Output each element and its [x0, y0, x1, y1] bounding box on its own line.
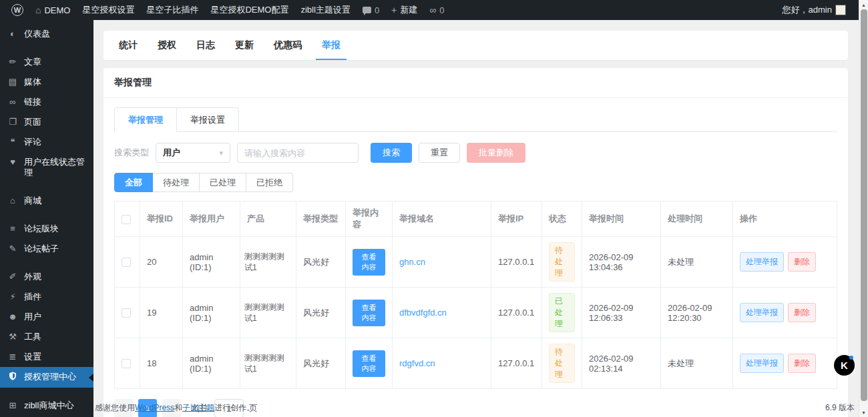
sidebar-item-plugins[interactable]: ⚡插件: [0, 287, 93, 307]
panel-title: 举报管理: [103, 68, 848, 98]
sidebar-item-tools[interactable]: ⚒工具: [0, 327, 93, 347]
sidebar-item-label: 设置: [24, 352, 41, 362]
sidebar-item-label: 用户在线状态管理: [24, 157, 88, 178]
handle-report-button[interactable]: 处理举报: [740, 252, 784, 272]
tab-reports[interactable]: 举报: [316, 31, 347, 60]
wordpress-logo-menu[interactable]: W: [5, 0, 29, 20]
main-content: 统计 授权 日志 更新 优惠码 举报 举报管理 举报管理 举报设置 搜索类型 用…: [93, 20, 859, 417]
adminbar-link-xingkong-demo[interactable]: 星空授权DEMO配置: [204, 0, 294, 20]
sidebar-item-label: 论坛帖子: [24, 244, 59, 254]
chain-icon: ∞: [7, 97, 19, 107]
sidebar-item-user-online-status[interactable]: ♥用户在线状态管理: [0, 152, 93, 183]
sidebar-item-pages[interactable]: ❐页面: [0, 112, 93, 132]
brush-icon: ✐: [7, 272, 19, 282]
search-type-select[interactable]: 用户 ▾: [156, 143, 230, 163]
cell-handle-time: 未处理: [661, 338, 733, 389]
col-report-content: 举报内容: [346, 201, 393, 237]
site-home-link[interactable]: ⌂DEMO: [29, 0, 76, 20]
tab-authorization[interactable]: 授权: [152, 31, 182, 60]
account-menu[interactable]: 您好，admin: [777, 0, 852, 20]
sidebar-item-forum-sections[interactable]: ≡论坛版块: [0, 219, 93, 239]
row-checkbox[interactable]: [122, 308, 131, 318]
search-input[interactable]: [237, 143, 359, 163]
sidebar-item-label: 授权管理中心: [24, 372, 76, 382]
filter-rejected[interactable]: 已拒绝: [246, 173, 293, 192]
sidebar-item-dashboard[interactable]: ◐仪表盘: [0, 24, 93, 44]
new-content-menu[interactable]: +新建: [385, 0, 423, 20]
permalink-shortcut[interactable]: ∞0: [423, 0, 450, 20]
handle-report-button[interactable]: 处理举报: [740, 354, 784, 373]
delete-button[interactable]: 删除: [788, 303, 816, 322]
pages-icon: ❐: [7, 117, 19, 127]
reset-button[interactable]: 重置: [419, 143, 460, 163]
permalink-count: 0: [439, 5, 444, 15]
adminbar-link-zibll-theme[interactable]: zibll主题设置: [294, 0, 356, 20]
cell-report-time: 2026-02-09 02:13:14: [582, 338, 661, 389]
pin-icon: ✏: [7, 57, 19, 67]
sidebar-item-comments[interactable]: ❝评论: [0, 132, 93, 152]
tab-coupons[interactable]: 优惠码: [268, 31, 308, 60]
admin-footer: 感谢您使用WordPress和子比主题进行创作。 6.9 版本: [95, 402, 855, 414]
cell-report-ip: 127.0.0.1: [491, 237, 542, 288]
row-checkbox[interactable]: [122, 359, 131, 368]
home-icon: ⌂: [35, 5, 41, 15]
comments-shortcut[interactable]: 0: [357, 0, 385, 20]
subtab-report-management[interactable]: 举报管理: [114, 107, 176, 131]
wordpress-link[interactable]: WordPress: [135, 403, 174, 412]
bulk-delete-button[interactable]: 批量删除: [467, 143, 525, 163]
col-report-domain: 举报域名: [393, 201, 491, 237]
sidebar-item-users[interactable]: ☻用户: [0, 307, 93, 327]
view-content-button[interactable]: 查看内容: [353, 249, 385, 276]
sidebar-item-zibll-shop-center[interactable]: ⊞zibll商城中心: [0, 396, 93, 416]
scroll-down-arrow[interactable]: ▼: [859, 408, 868, 417]
sidebar-item-license-center[interactable]: 授权管理中心: [0, 367, 93, 388]
status-badge: 已处理: [549, 293, 575, 332]
tab-statistics[interactable]: 统计: [113, 31, 144, 60]
sidebar-item-appearance[interactable]: ✐外观: [0, 267, 93, 287]
user-icon: ☻: [7, 312, 19, 322]
adminbar-link-xingkong-auth[interactable]: 星空授权设置: [76, 0, 140, 20]
filter-pending[interactable]: 待处理: [153, 173, 200, 192]
col-report-ip: 举报IP: [491, 201, 542, 237]
page-scrollbar[interactable]: ▲ ▼: [859, 0, 868, 417]
report-domain-link[interactable]: dfbvdfgfd.cn: [399, 308, 447, 318]
footer-version: 6.9 版本: [825, 402, 855, 414]
cell-report-id: 18: [140, 338, 183, 389]
delete-button[interactable]: 删除: [788, 252, 816, 272]
view-content-button[interactable]: 查看内容: [353, 350, 385, 377]
col-status: 状态: [542, 201, 582, 237]
view-content-button[interactable]: 查看内容: [353, 300, 385, 326]
handle-report-button[interactable]: 处理举报: [740, 303, 784, 322]
row-checkbox[interactable]: [122, 258, 131, 267]
sidebar-item-label: 插件: [24, 292, 41, 302]
adminbar-link-xingkong-zibi[interactable]: 星空子比插件: [140, 0, 204, 20]
status-badge: 待处理: [549, 242, 575, 282]
tab-logs[interactable]: 日志: [190, 31, 221, 60]
tab-updates[interactable]: 更新: [229, 31, 260, 60]
search-button[interactable]: 搜索: [371, 143, 412, 163]
sidebar-item-shop[interactable]: ⌂商城: [0, 191, 93, 211]
col-product: 产品: [240, 201, 296, 237]
sidebar-item-links[interactable]: ∞链接: [0, 92, 93, 112]
report-domain-link[interactable]: ghn.cn: [399, 257, 425, 267]
select-all-checkbox[interactable]: [122, 215, 131, 224]
sidebar-item-posts[interactable]: ✏文章: [0, 52, 93, 72]
k-floating-button[interactable]: K: [834, 355, 855, 376]
delete-button[interactable]: 删除: [788, 354, 816, 373]
cell-report-type: 风光好: [296, 338, 346, 389]
subtab-report-settings[interactable]: 举报设置: [176, 107, 239, 131]
report-domain-link[interactable]: rdgfvd.cn: [399, 358, 435, 368]
sidebar-item-settings[interactable]: ≣设置: [0, 347, 93, 367]
filter-all[interactable]: 全部: [114, 173, 153, 192]
sidebar-item-label: 媒体: [24, 77, 41, 87]
sidebar-item-media[interactable]: ▤媒体: [0, 72, 93, 92]
media-icon: ▤: [7, 77, 19, 87]
cell-report-time: 2026-02-09 13:04:36: [582, 237, 661, 288]
sidebar-item-label: zibll商城中心: [24, 400, 73, 411]
scrollbar-thumb[interactable]: [861, 9, 867, 401]
filter-processed[interactable]: 已处理: [200, 173, 246, 192]
table-header-row: 举报ID 举报用户 产品 举报类型 举报内容 举报域名 举报IP 状态 举报时间…: [115, 201, 837, 237]
zibll-theme-link[interactable]: 子比主题: [182, 403, 214, 412]
sidebar-item-forum-posts[interactable]: ✎论坛帖子: [0, 239, 93, 259]
scroll-up-arrow[interactable]: ▲: [859, 0, 868, 9]
